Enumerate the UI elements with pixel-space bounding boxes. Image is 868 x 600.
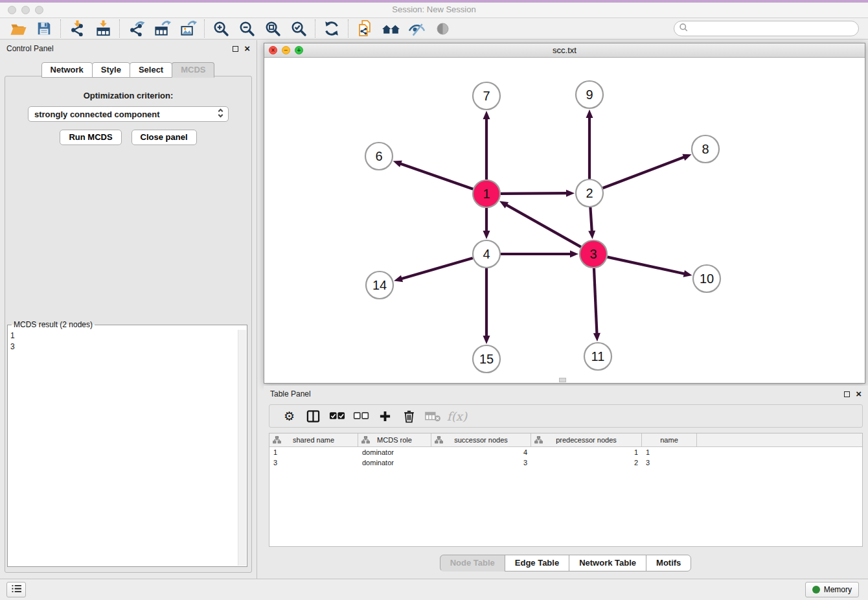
table-cell[interactable]: 1	[531, 447, 642, 457]
create-column-icon[interactable]	[373, 406, 397, 426]
toolbar-separator	[204, 19, 205, 38]
import-network-icon[interactable]	[64, 19, 90, 38]
delete-column-icon[interactable]	[397, 406, 421, 426]
table-cell[interactable]: 2	[531, 457, 642, 468]
tab-select[interactable]: Select	[130, 62, 172, 78]
clone-network-icon[interactable]	[352, 19, 378, 38]
graph-node-1[interactable]: 1	[473, 180, 500, 207]
hide-selected-icon[interactable]	[404, 19, 429, 38]
tab-network-table[interactable]: Network Table	[569, 555, 646, 571]
graph-node-3[interactable]: 3	[580, 240, 607, 268]
import-table-icon[interactable]	[90, 19, 116, 38]
float-panel-icon[interactable]	[233, 46, 238, 52]
export-image-icon[interactable]	[175, 19, 201, 38]
tab-style[interactable]: Style	[92, 62, 130, 78]
search-input[interactable]	[689, 23, 858, 34]
graph-edge-1-6[interactable]	[393, 161, 474, 189]
open-session-icon[interactable]	[5, 19, 31, 38]
graph-edge-2-9[interactable]	[586, 110, 593, 179]
close-table-panel-icon[interactable]: ×	[856, 391, 862, 397]
column-type-icon	[435, 436, 443, 445]
float-table-panel-icon[interactable]	[844, 391, 850, 397]
column-view-icon[interactable]	[301, 406, 325, 426]
dropdown-stepper-icon	[217, 108, 224, 121]
task-history-button[interactable]	[6, 582, 26, 597]
function-builder-icon[interactable]: f(x)	[445, 406, 469, 426]
graph-node-14[interactable]: 14	[366, 271, 393, 299]
close-panel-button[interactable]: Close panel	[131, 130, 197, 145]
select-all-columns-icon[interactable]	[325, 406, 349, 426]
network-window-titlebar[interactable]: × − + scc.txt	[264, 43, 865, 58]
export-table-icon[interactable]	[149, 19, 175, 38]
mcds-result-list[interactable]: 13	[10, 330, 236, 565]
zoom-in-icon[interactable]	[208, 19, 234, 38]
graph-node-4[interactable]: 4	[473, 240, 500, 268]
first-neighbors-icon[interactable]	[378, 19, 404, 38]
tab-mcds[interactable]: MCDS	[172, 62, 214, 78]
graph-edge-2-3[interactable]	[588, 207, 595, 239]
delete-table-icon[interactable]	[421, 406, 445, 426]
table-header-row: shared nameMCDS rolesuccessor nodesprede…	[269, 433, 862, 447]
column-header-predecessor-nodes[interactable]: predecessor nodes	[531, 433, 642, 446]
graph-node-7[interactable]: 7	[473, 82, 500, 110]
table-settings-icon[interactable]: ⚙	[277, 406, 301, 426]
column-header-label: name	[660, 436, 678, 444]
run-mcds-button[interactable]: Run MCDS	[60, 130, 121, 145]
tab-node-table[interactable]: Node Table	[440, 555, 505, 571]
tab-motifs[interactable]: Motifs	[646, 555, 691, 571]
graph-node-15[interactable]: 15	[473, 345, 500, 373]
graph-node-2[interactable]: 2	[576, 179, 603, 207]
result-scrollbar[interactable]	[238, 330, 246, 566]
apply-layout-icon[interactable]	[319, 19, 345, 38]
export-network-icon[interactable]	[123, 19, 149, 38]
graph-node-10[interactable]: 10	[693, 265, 720, 292]
table-cell[interactable]: dominator	[358, 457, 431, 468]
search-field[interactable]	[674, 21, 859, 36]
table-cell[interactable]: 3	[431, 457, 531, 468]
table-row[interactable]: 1dominator411	[269, 447, 862, 457]
graph-edge-4-15[interactable]	[483, 268, 490, 344]
column-header-shared-name[interactable]: shared name	[269, 433, 358, 446]
optimization-criterion-select[interactable]: strongly connected component	[28, 106, 229, 122]
deselect-all-columns-icon[interactable]	[349, 406, 373, 426]
table-cell[interactable]: 1	[269, 447, 358, 457]
memory-button[interactable]: Memory	[805, 582, 859, 597]
table-cell[interactable]: 3	[642, 457, 697, 468]
graph-edge-4-3[interactable]	[501, 251, 578, 258]
show-graphics-details-icon[interactable]	[429, 19, 455, 38]
graph-edge-3-11[interactable]	[593, 268, 600, 341]
svg-text:11: 11	[591, 349, 605, 363]
graph-edge-3-1[interactable]	[499, 201, 581, 247]
close-panel-icon[interactable]: ×	[244, 45, 250, 52]
graph-edge-1-4[interactable]	[483, 208, 490, 239]
table-cell[interactable]: dominator	[358, 447, 431, 457]
zoom-selected-icon[interactable]	[286, 19, 312, 38]
tab-network[interactable]: Network	[41, 62, 93, 78]
graph-node-6[interactable]: 6	[365, 143, 393, 170]
save-session-icon[interactable]	[31, 19, 57, 38]
graph-edge-4-14[interactable]	[394, 258, 473, 282]
graph-node-9[interactable]: 9	[576, 81, 603, 108]
graph-node-8[interactable]: 8	[692, 135, 719, 163]
toolbar-separator	[60, 19, 61, 38]
tab-edge-table[interactable]: Edge Table	[505, 555, 569, 571]
table-cell[interactable]: 4	[431, 447, 531, 457]
zoom-out-icon[interactable]	[234, 19, 260, 38]
graph-edge-2-8[interactable]	[603, 154, 692, 189]
network-scrollbar-grip[interactable]	[559, 378, 566, 382]
graph-edge-1-7[interactable]	[483, 111, 490, 179]
graph-edge-1-2[interactable]	[501, 190, 575, 197]
column-header-name[interactable]: name	[642, 433, 697, 446]
graph-edge-3-10[interactable]	[607, 257, 692, 277]
table-cell[interactable]: 3	[269, 457, 358, 468]
zoom-fit-icon[interactable]	[260, 19, 286, 38]
toolbar-separator	[348, 19, 348, 38]
table-cell[interactable]: 1	[642, 447, 697, 457]
table-row[interactable]: 3dominator323	[269, 457, 862, 468]
network-graph-canvas[interactable]: 7968124314101511	[264, 58, 865, 384]
column-header-successor-nodes[interactable]: successor nodes	[431, 433, 531, 446]
session-title: Session: New Session	[0, 5, 868, 14]
graph-node-11[interactable]: 11	[584, 343, 611, 370]
column-header-label: shared name	[293, 436, 334, 444]
column-header-mcds-role[interactable]: MCDS role	[358, 433, 431, 446]
